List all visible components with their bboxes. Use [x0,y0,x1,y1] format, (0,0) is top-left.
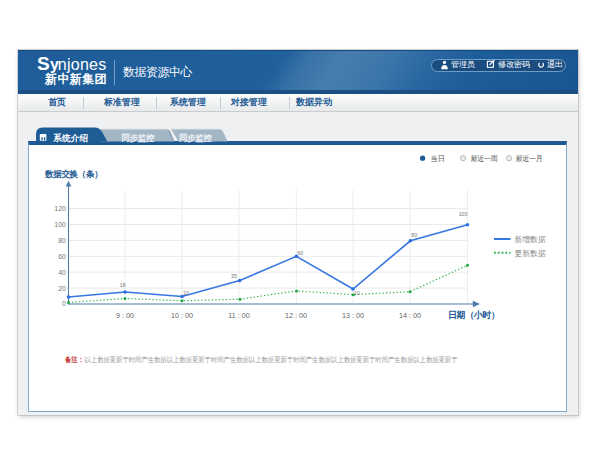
svg-text:最近一周: 最近一周 [471,154,498,163]
svg-text:同步监控: 同步监控 [121,133,155,143]
svg-text:13 : 00: 13 : 00 [342,311,364,320]
svg-text:14 : 00: 14 : 00 [399,311,421,320]
svg-text:18: 18 [120,282,126,288]
svg-text:120: 120 [54,205,66,212]
svg-text:40: 40 [58,269,66,276]
svg-text:备注：: 备注： [64,355,84,364]
svg-text:更新数据: 更新数据 [515,249,546,258]
svg-text:80: 80 [58,237,66,244]
svg-text:35: 35 [231,273,237,279]
svg-text:10: 10 [183,290,189,296]
svg-text:9 : 00: 9 : 00 [116,311,134,320]
svg-text:新增数据: 新增数据 [515,235,546,244]
svg-text:60: 60 [58,253,66,260]
svg-text:60: 60 [297,250,303,256]
svg-text:日期（小时）: 日期（小时） [448,310,500,320]
svg-text:100: 100 [459,211,468,217]
svg-text:以上数据更新于时间产生数据以上数据更新于时间产生数据以上数据: 以上数据更新于时间产生数据以上数据更新于时间产生数据以上数据更新于时间产生数据以… [85,355,458,364]
svg-text:最近一月: 最近一月 [516,154,543,163]
svg-text:0: 0 [62,300,66,307]
svg-text:当日: 当日 [431,154,445,163]
svg-text:100: 100 [54,221,66,228]
svg-text:20: 20 [58,285,66,292]
svg-text:10 : 00: 10 : 00 [171,311,193,320]
svg-text:同步监控: 同步监控 [179,133,213,143]
svg-text:系统介绍: 系统介绍 [52,133,88,143]
svg-text:数据交换（条）: 数据交换（条） [44,169,102,179]
svg-text:12 : 00: 12 : 00 [285,311,307,320]
svg-text:11 : 00: 11 : 00 [228,311,249,320]
svg-text:10: 10 [354,290,360,296]
svg-text:80: 80 [411,232,417,238]
